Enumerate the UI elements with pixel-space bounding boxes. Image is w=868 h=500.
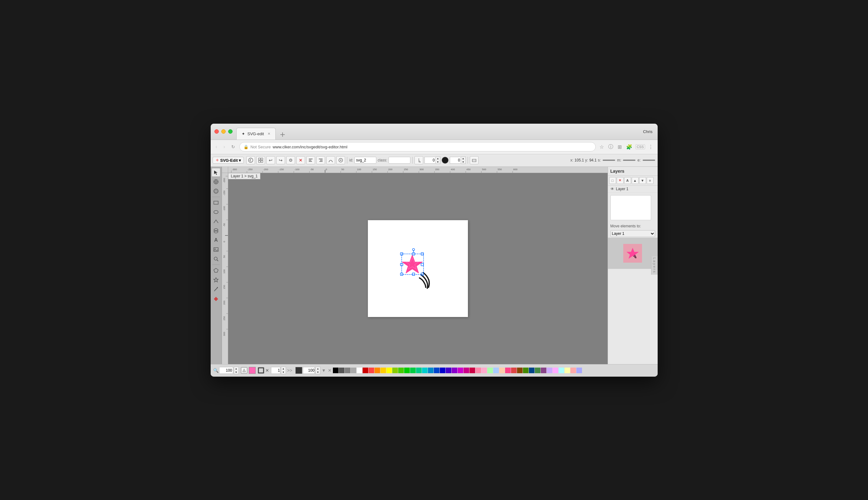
minimize-button[interactable] xyxy=(221,129,226,134)
palette-color-swatch[interactable] xyxy=(446,367,451,373)
select-tool[interactable] xyxy=(212,168,220,177)
palette-color-swatch[interactable] xyxy=(380,367,386,373)
palette-color-swatch[interactable] xyxy=(351,367,356,373)
palette-color-swatch[interactable] xyxy=(410,367,416,373)
opacity-toolbar-input[interactable] xyxy=(450,157,461,164)
move-layer-down-button[interactable]: ▼ xyxy=(639,177,646,184)
palette-color-swatch[interactable] xyxy=(363,367,368,373)
back-history-button[interactable] xyxy=(246,156,255,164)
palette-color-swatch[interactable] xyxy=(428,367,434,373)
palette-color-swatch[interactable] xyxy=(576,367,582,373)
e-slider[interactable] xyxy=(643,160,655,161)
color-button[interactable] xyxy=(442,157,448,164)
palette-color-swatch[interactable] xyxy=(386,367,392,373)
palette-color-swatch[interactable] xyxy=(452,367,457,373)
s-slider[interactable] xyxy=(603,160,615,161)
palette-color-swatch[interactable] xyxy=(499,367,505,373)
delete-layer-button[interactable]: ✕ xyxy=(617,177,624,184)
path-button[interactable] xyxy=(326,156,335,164)
path-tool[interactable] xyxy=(212,217,220,226)
rect-tool[interactable] xyxy=(212,198,220,207)
info-icon[interactable]: ⓘ xyxy=(607,143,614,151)
maximize-button[interactable] xyxy=(228,129,233,134)
send-to-back-button[interactable] xyxy=(286,156,295,164)
palette-color-swatch[interactable] xyxy=(440,367,445,373)
zoom-input[interactable] xyxy=(219,367,233,374)
zoom-control[interactable]: 🔍 ▲ ▼ xyxy=(213,367,239,374)
zoom-down[interactable]: ▼ xyxy=(234,371,238,374)
palette-no-color[interactable]: ✕ xyxy=(328,368,332,373)
active-tab[interactable]: ✦ SVG-edit ✕ xyxy=(236,128,276,140)
palette-color-swatch[interactable] xyxy=(458,367,463,373)
text-tool[interactable]: A xyxy=(212,236,220,245)
svg-artwork[interactable] xyxy=(396,248,440,289)
opacity-down[interactable]: ▼ xyxy=(461,160,465,164)
palette-color-swatch[interactable] xyxy=(558,367,564,373)
palette-color-swatch[interactable] xyxy=(392,367,398,373)
stroke-width-spin[interactable]: ▲ ▼ xyxy=(281,367,286,374)
redo-button[interactable]: ↪ xyxy=(276,156,285,164)
align-left-button[interactable] xyxy=(306,156,315,164)
rename-layer-button[interactable]: A xyxy=(624,177,631,184)
dropper-tool[interactable]: ◆ xyxy=(212,294,220,303)
polygon-tool[interactable] xyxy=(212,266,220,275)
palette-color-swatch[interactable] xyxy=(398,367,404,373)
bookmark-icon[interactable]: ☆ xyxy=(598,143,605,151)
palette-color-swatch[interactable] xyxy=(565,367,570,373)
opacity-up[interactable]: ▲ xyxy=(461,157,465,160)
palette-color-swatch[interactable] xyxy=(487,367,493,373)
palette-color-swatch[interactable] xyxy=(505,367,511,373)
menu-icon[interactable]: ⋮ xyxy=(647,143,655,151)
palette-color-swatch[interactable] xyxy=(434,367,439,373)
palette-color-swatch[interactable] xyxy=(547,367,552,373)
palette-color-swatch[interactable] xyxy=(476,367,481,373)
canvas-area[interactable]: -300 -250 -200 -150 -100 -50 0 xyxy=(222,167,608,364)
layer-1-visibility[interactable]: 👁 xyxy=(610,187,614,191)
layer-select[interactable]: Layer 1 xyxy=(610,230,655,237)
layer-options-button[interactable]: ≡ xyxy=(647,177,654,184)
palette-color-swatch[interactable] xyxy=(422,367,427,373)
stroke-width-input[interactable] xyxy=(271,367,280,374)
palette-color-swatch[interactable] xyxy=(464,367,469,373)
svg-canvas[interactable] xyxy=(228,173,608,364)
angle-up[interactable]: ▲ xyxy=(436,157,440,160)
star-tool[interactable] xyxy=(212,275,220,284)
angle-down[interactable]: ▼ xyxy=(436,160,440,164)
zoom-spin[interactable]: ▲ ▼ xyxy=(234,367,239,374)
node-tool[interactable] xyxy=(212,178,220,186)
palette-color-swatch[interactable] xyxy=(345,367,350,373)
tab-close-button[interactable]: ✕ xyxy=(268,132,270,136)
delete-button[interactable]: ✕ xyxy=(296,156,305,164)
fill-color-swatch[interactable] xyxy=(249,367,256,374)
ellipse-tool[interactable] xyxy=(212,208,220,216)
grid-button[interactable] xyxy=(256,156,265,164)
palette-color-swatch[interactable] xyxy=(493,367,499,373)
brand-button[interactable]: ✦ SVG-Edit ▾ xyxy=(213,157,244,164)
palette-color-swatch[interactable] xyxy=(541,367,546,373)
palette-color-swatch[interactable] xyxy=(511,367,517,373)
pencil-tool[interactable] xyxy=(212,285,220,294)
expand-stroke-icon[interactable]: >> xyxy=(287,368,292,373)
palette-color-swatch[interactable] xyxy=(481,367,487,373)
zoom-up[interactable]: ▲ xyxy=(234,367,238,371)
palette-color-swatch[interactable] xyxy=(553,367,558,373)
palette-color-swatch[interactable] xyxy=(535,367,541,373)
palette-color-swatch[interactable] xyxy=(404,367,410,373)
opacity-val-up[interactable]: ▲ xyxy=(316,367,320,371)
close-button[interactable] xyxy=(214,129,219,134)
opacity-value-input[interactable] xyxy=(303,367,315,374)
refresh-button[interactable]: ↻ xyxy=(230,143,237,150)
palette-color-swatch[interactable] xyxy=(469,367,475,373)
palette-color-swatch[interactable] xyxy=(529,367,534,373)
new-tab-button[interactable] xyxy=(278,129,288,140)
id-input[interactable] xyxy=(355,157,376,164)
opacity-color-swatch[interactable] xyxy=(296,367,302,374)
align-right-button[interactable] xyxy=(316,156,325,164)
palette-color-swatch[interactable] xyxy=(570,367,576,373)
opacity-spin[interactable]: ▲ ▼ xyxy=(315,367,320,374)
zoom-tool[interactable] xyxy=(212,254,220,263)
m-slider[interactable] xyxy=(623,160,635,161)
back-button[interactable]: ‹ xyxy=(214,143,219,151)
palette-color-swatch[interactable] xyxy=(523,367,528,373)
forward-button[interactable]: › xyxy=(222,143,227,151)
